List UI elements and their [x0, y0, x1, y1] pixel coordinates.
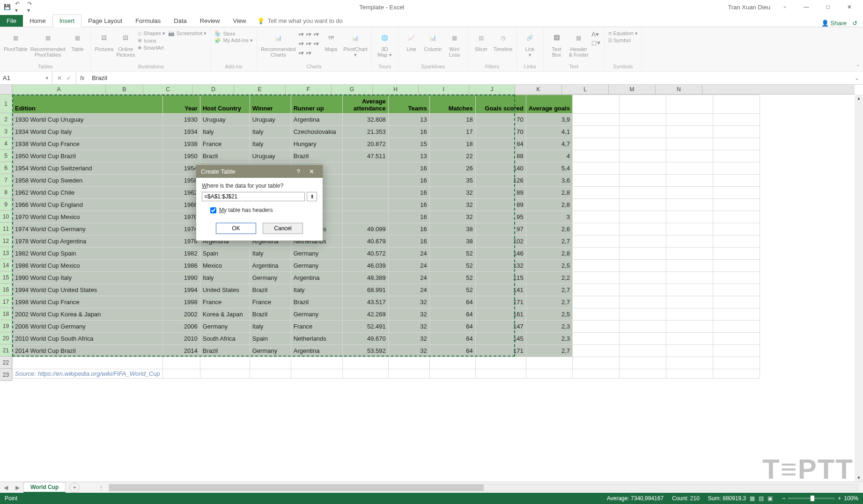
tab-page-layout[interactable]: Page Layout [81, 15, 129, 27]
save-icon[interactable]: 💾 [3, 3, 11, 11]
col-H[interactable]: H [373, 85, 419, 94]
equation-button[interactable]: π Equation ▾ [608, 30, 638, 37]
tab-view[interactable]: View [226, 15, 252, 27]
col-D[interactable]: D [193, 85, 234, 94]
zoom-out-icon[interactable]: − [782, 495, 785, 502]
row-8[interactable]: 8 [0, 186, 12, 198]
row-15[interactable]: 15 [0, 271, 12, 284]
shapes-button[interactable]: ◇ Shapes ▾ [138, 30, 165, 37]
row-headers[interactable]: 1234567891011121314151617181920212223 [0, 95, 12, 381]
pictures-button[interactable]: 🖼Pictures [95, 30, 113, 52]
view-page-layout-icon[interactable]: ▤ [759, 495, 764, 502]
row-5[interactable]: 5 [0, 150, 12, 162]
view-page-break-icon[interactable]: ▣ [767, 495, 773, 502]
cells[interactable]: EditionYearHost CountryWinnerRunner upAv… [12, 95, 855, 482]
header-footer-button[interactable]: ▦Header& Footer [569, 30, 589, 58]
sheet-nav-prev-icon[interactable]: ◀ [0, 484, 12, 491]
online-pictures-button[interactable]: 🖼OnlinePictures [116, 30, 135, 58]
history-icon[interactable]: ↺ [852, 20, 857, 27]
pivotchart-button[interactable]: 📊PivotChart▾ [343, 30, 367, 58]
col-B[interactable]: B [106, 85, 143, 94]
symbol-button[interactable]: Ω Symbol [608, 37, 638, 43]
maps-button[interactable]: 🗺Maps [322, 30, 340, 52]
row-9[interactable]: 9 [0, 198, 12, 211]
sparkline-column-button[interactable]: 📊Column [424, 30, 443, 52]
ribbon-opts-icon[interactable]: ▫ [774, 0, 796, 14]
range-input[interactable] [202, 192, 305, 201]
dialog-titlebar[interactable]: Create Table ? ✕ [196, 165, 323, 178]
row-23[interactable]: 23 [0, 369, 12, 381]
collapse-ribbon-icon[interactable]: ⌃ [856, 64, 860, 70]
row-1[interactable]: 1 [0, 95, 12, 113]
minimize-icon[interactable]: — [796, 0, 817, 14]
link-button[interactable]: 🔗Link▾ [521, 30, 539, 58]
headers-checkbox[interactable] [210, 207, 216, 213]
3d-map-button[interactable]: 🌐3DMap ▾ [376, 30, 394, 58]
scroll-down-icon[interactable]: ▼ [856, 474, 863, 482]
row-6[interactable]: 6 [0, 162, 12, 174]
recommended-charts-button[interactable]: 📊RecommendedCharts [261, 30, 296, 58]
view-normal-icon[interactable]: ▦ [750, 495, 755, 502]
row-7[interactable]: 7 [0, 174, 12, 186]
select-all-corner[interactable] [0, 85, 12, 95]
name-box[interactable]: A1▼ [0, 72, 52, 84]
timeline-button[interactable]: ◷Timeline [494, 30, 513, 52]
zoom-in-icon[interactable]: + [838, 495, 841, 502]
col-I[interactable]: I [419, 85, 469, 94]
row-13[interactable]: 13 [0, 247, 12, 259]
row-12[interactable]: 12 [0, 235, 12, 247]
enter-formula-icon[interactable]: ✓ [66, 75, 71, 81]
ok-button[interactable]: OK [216, 223, 256, 234]
col-G[interactable]: G [332, 85, 373, 94]
row-17[interactable]: 17 [0, 296, 12, 308]
screenshot-button[interactable]: 📷 Screenshot ▾ [168, 30, 207, 37]
expand-formula-bar-icon[interactable]: ⌄ [851, 75, 863, 81]
col-L[interactable]: L [562, 85, 609, 94]
maximize-icon[interactable]: □ [817, 0, 839, 14]
col-C[interactable]: C [143, 85, 193, 94]
row-3[interactable]: 3 [0, 125, 12, 138]
sheet-nav-next-icon[interactable]: ▶ [12, 484, 23, 491]
sparkline-winloss-button[interactable]: ▦Win/Loss [445, 30, 464, 58]
cancel-button[interactable]: Cancel [263, 223, 303, 234]
col-M[interactable]: M [609, 85, 656, 94]
sparkline-line-button[interactable]: 📈Line [402, 30, 421, 52]
row-10[interactable]: 10 [0, 211, 12, 223]
row-16[interactable]: 16 [0, 284, 12, 296]
tab-home[interactable]: Home [23, 15, 52, 27]
smartart-button[interactable]: ◈ SmartArt [138, 44, 165, 51]
row-19[interactable]: 19 [0, 320, 12, 332]
add-sheet-icon[interactable]: + [69, 482, 80, 493]
col-J[interactable]: J [469, 85, 515, 94]
col-A[interactable]: A [12, 85, 106, 94]
tab-formulas[interactable]: Formulas [129, 15, 167, 27]
spreadsheet-grid[interactable]: ABCDEFGHIJKLMN 1234567891011121314151617… [0, 85, 863, 482]
fx-icon[interactable]: fx [76, 75, 88, 81]
col-E[interactable]: E [234, 85, 286, 94]
dialog-help-icon[interactable]: ? [292, 168, 305, 175]
close-icon[interactable]: ✕ [839, 0, 860, 14]
tab-file[interactable]: File [0, 15, 23, 27]
row-22[interactable]: 22 [0, 357, 12, 369]
icons-button[interactable]: ⊕ Icons [138, 37, 165, 44]
textbox-button[interactable]: 🅰TextBox [547, 30, 566, 58]
pivottable-button[interactable]: ▦PivotTable [4, 30, 28, 52]
dialog-close-icon[interactable]: ✕ [305, 168, 318, 175]
row-2[interactable]: 2 [0, 113, 12, 125]
user-name[interactable]: Tran Xuan Dieu [728, 4, 770, 11]
row-14[interactable]: 14 [0, 259, 12, 271]
share-button[interactable]: 👤 Share [821, 20, 847, 27]
column-headers[interactable]: ABCDEFGHIJKLMN [12, 85, 855, 95]
col-N[interactable]: N [656, 85, 702, 94]
row-11[interactable]: 11 [0, 223, 12, 235]
recommended-pivottables-button[interactable]: ▦RecommendedPivotTables [30, 30, 66, 58]
table-button[interactable]: ▦Table [68, 30, 87, 52]
my-addins-button[interactable]: 🧩 My Add-ins ▾ [214, 37, 252, 44]
zoom-control[interactable]: − + 100% [782, 495, 858, 502]
tab-review[interactable]: Review [193, 15, 227, 27]
slicer-button[interactable]: ▤Slicer [472, 30, 491, 52]
tell-me[interactable]: 💡 Tell me what you want to do [252, 15, 347, 27]
redo-icon[interactable]: ↷ ▾ [27, 3, 36, 11]
formula-input[interactable]: Brazil [88, 74, 851, 81]
store-button[interactable]: 🏪 Store [214, 30, 252, 37]
